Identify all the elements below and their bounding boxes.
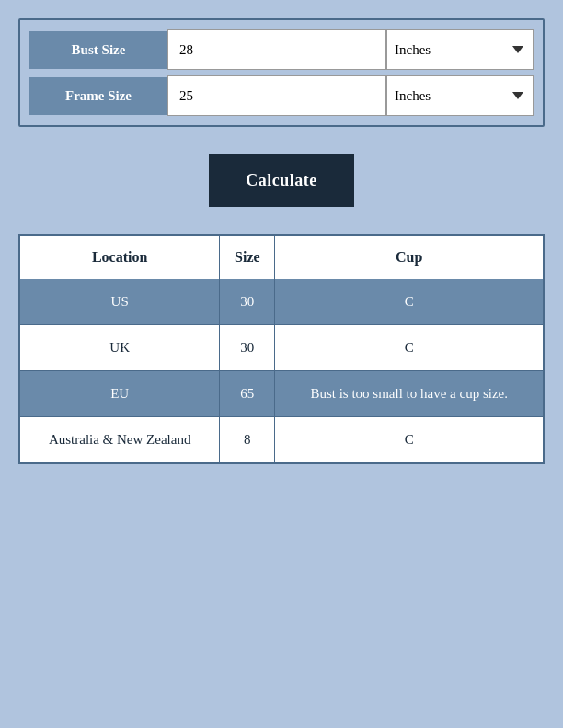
cell-cup: C: [275, 417, 544, 464]
cell-location: UK: [19, 325, 220, 371]
cell-size: 30: [220, 279, 275, 325]
cell-location: Australia & New Zealand: [19, 417, 220, 464]
cell-size: 30: [220, 325, 275, 371]
header-cup: Cup: [275, 235, 544, 279]
cell-cup: C: [275, 325, 544, 371]
table-row: EU 65 Bust is too small to have a cup si…: [19, 371, 544, 417]
results-table: Location Size Cup US 30 C UK 30 C: [18, 234, 545, 464]
cell-size: 8: [220, 417, 275, 464]
bust-size-label: Bust Size: [29, 31, 167, 69]
cell-location: EU: [19, 371, 220, 417]
frame-size-label: Frame Size: [29, 77, 167, 115]
cell-cup: Bust is too small to have a cup size.: [275, 371, 544, 417]
header-size: Size: [220, 235, 275, 279]
calculate-button[interactable]: Calculate: [209, 154, 353, 207]
input-section: Bust Size Inches Centimeters Frame Size …: [18, 18, 545, 127]
bust-size-row: Bust Size Inches Centimeters: [29, 29, 534, 70]
cell-size: 65: [220, 371, 275, 417]
calculate-section: Calculate: [18, 154, 545, 207]
cell-cup: C: [275, 279, 544, 325]
frame-size-input[interactable]: [167, 75, 386, 116]
bust-size-input[interactable]: [167, 29, 386, 70]
table-row: US 30 C: [19, 279, 544, 325]
header-location: Location: [19, 235, 220, 279]
table-row: UK 30 C: [19, 325, 544, 371]
frame-unit-select[interactable]: Inches Centimeters: [386, 75, 534, 116]
results-section: Location Size Cup US 30 C UK 30 C: [18, 234, 545, 464]
bust-unit-select[interactable]: Inches Centimeters: [386, 29, 534, 70]
frame-size-row: Frame Size Inches Centimeters: [29, 75, 534, 116]
main-container: Bust Size Inches Centimeters Frame Size …: [18, 18, 545, 464]
table-header-row: Location Size Cup: [19, 235, 544, 279]
table-row: Australia & New Zealand 8 C: [19, 417, 544, 464]
cell-location: US: [19, 279, 220, 325]
